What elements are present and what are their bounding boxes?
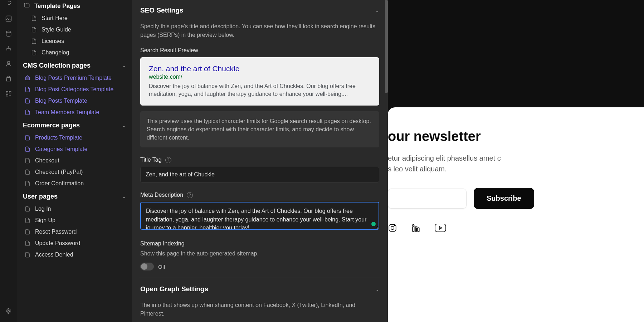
seo-settings-header[interactable]: SEO Settings ⌄ [139, 0, 381, 19]
serp-url: website.com/ [149, 74, 371, 80]
sidebar-item-reset-password[interactable]: Reset Password [17, 226, 132, 238]
page-icon [24, 180, 31, 187]
sidebar-item-label: Log In [35, 206, 51, 212]
sidebar-item-update-password[interactable]: Update Password [17, 238, 132, 249]
social-icons [388, 223, 644, 234]
page-icon [24, 98, 31, 104]
instagram-icon[interactable] [388, 223, 397, 234]
canvas-preview: our newsletter etur adipiscing elit phas… [388, 0, 644, 322]
newsletter-title: our newsletter [388, 129, 644, 144]
toggle-state-label: Off [158, 264, 165, 270]
meta-description-input[interactable] [140, 202, 379, 230]
user-icon[interactable] [5, 60, 12, 67]
page-icon [24, 86, 31, 93]
page-icon [31, 26, 37, 33]
svg-point-11 [413, 224, 414, 226]
section-user[interactable]: User pages⌄ [17, 189, 132, 203]
sidebar-item-label: Reset Password [35, 229, 77, 235]
chevron-down-icon: ⌄ [122, 194, 126, 199]
sidebar-item-label: Blog Post Categories Template [35, 86, 113, 93]
svg-point-8 [391, 226, 394, 230]
link-icon[interactable] [5, 0, 12, 7]
sidebar-item-label: Blog Posts Template [35, 98, 87, 104]
sidebar-item-start-here[interactable]: Start Here [17, 13, 132, 24]
folder-label: Template Pages [34, 3, 80, 10]
sidebar-item-order-confirmation[interactable]: Order Confirmation [17, 178, 132, 189]
youtube-icon[interactable] [435, 224, 446, 233]
scrollbar[interactable] [385, 0, 388, 322]
sidebar-item-blog-posts-premium[interactable]: Blog Posts Premium Template [17, 72, 132, 84]
section-cms[interactable]: CMS Collection pages⌄ [17, 58, 132, 72]
newsletter-card: our newsletter etur adipiscing elit phas… [388, 107, 644, 322]
sidebar-item-style-guide[interactable]: Style Guide [17, 24, 132, 35]
subscribe-button[interactable]: Subscribe [474, 188, 534, 209]
sidebar-item-label: Style Guide [42, 26, 71, 33]
email-input[interactable] [388, 189, 467, 209]
sidebar-item-products[interactable]: Products Template [17, 132, 132, 143]
image-icon[interactable] [5, 15, 12, 22]
sidebar-item-label: Products Template [35, 135, 82, 141]
chevron-down-icon: ⌄ [375, 8, 379, 13]
sidebar-item-blog-post-categories[interactable]: Blog Post Categories Template [17, 84, 132, 95]
sidebar-item-label: Licenses [42, 38, 64, 44]
section-ecommerce[interactable]: Ecommerce pages⌄ [17, 118, 132, 132]
sidebar-item-checkout-paypal[interactable]: Checkout (PayPal) [17, 166, 132, 178]
sidebar-item-label: Team Members Template [35, 109, 99, 116]
linkedin-icon[interactable] [411, 223, 421, 234]
tree-icon[interactable] [5, 45, 12, 52]
svg-point-6 [8, 311, 10, 312]
page-icon [24, 109, 31, 116]
svg-rect-4 [9, 91, 11, 93]
svg-rect-0 [6, 16, 11, 21]
chevron-down-icon: ⌄ [122, 123, 126, 128]
sidebar-item-changelog[interactable]: Changelog [17, 47, 132, 58]
sidebar-item-signup[interactable]: Sign Up [17, 215, 132, 226]
bag-icon[interactable] [5, 75, 12, 82]
page-icon [24, 240, 31, 247]
sidebar-item-label: Update Password [35, 240, 80, 247]
sidebar-item-blog-posts-template[interactable]: Blog Posts Template [17, 95, 132, 107]
sitemap-toggle[interactable] [140, 263, 154, 270]
sitemap-heading: Sitemap Indexing [139, 238, 381, 250]
page-icon [31, 49, 37, 56]
og-settings-header[interactable]: Open Graph Settings ⌄ [139, 279, 381, 298]
folder-template-pages[interactable]: Template Pages [17, 0, 132, 13]
sidebar-item-licenses[interactable]: Licenses [17, 35, 132, 47]
page-icon [24, 229, 31, 235]
page-icon [24, 206, 31, 212]
page-icon [31, 38, 37, 44]
title-tag-input[interactable] [140, 167, 379, 182]
svg-point-9 [394, 225, 395, 226]
sidebar-item-login[interactable]: Log In [17, 203, 132, 215]
chevron-down-icon: ⌄ [122, 63, 126, 68]
help-icon[interactable]: ? [187, 192, 193, 198]
sidebar-item-checkout[interactable]: Checkout [17, 155, 132, 166]
preview-info-note: This preview uses the typical character … [140, 111, 379, 148]
template-icon [24, 75, 31, 81]
sidebar-item-label: Access Denied [35, 252, 73, 258]
svg-rect-10 [413, 227, 414, 231]
help-icon[interactable]: ? [165, 157, 171, 163]
og-heading: Open Graph Settings [140, 285, 208, 293]
svg-point-1 [6, 31, 11, 33]
apps-icon[interactable] [5, 90, 12, 97]
gear-icon[interactable] [5, 308, 12, 315]
sidebar-item-label: Blog Posts Premium Template [35, 75, 112, 81]
title-tag-label: Title Tag ? [139, 154, 381, 167]
sidebar-item-label: Sign Up [35, 217, 55, 224]
database-icon[interactable] [5, 30, 12, 37]
seo-description: Specify this page's title and descriptio… [139, 19, 381, 46]
sidebar-item-label: Checkout (PayPal) [35, 169, 83, 175]
sidebar-item-access-denied[interactable]: Access Denied [17, 249, 132, 260]
page-icon [24, 135, 31, 141]
serp-title: Zen, and the art of Chuckle [149, 64, 371, 73]
svg-rect-3 [6, 91, 8, 93]
sidebar-item-categories[interactable]: Categories Template [17, 143, 132, 155]
page-icon [24, 169, 31, 175]
page-icon [24, 157, 31, 164]
serp-description: Discover the joy of balance with Zen, an… [149, 82, 371, 98]
serp-preview: Zen, and the art of Chuckle website.com/… [140, 57, 379, 106]
svg-rect-5 [6, 94, 8, 96]
sidebar-item-team-members[interactable]: Team Members Template [17, 107, 132, 118]
left-icon-rail [0, 0, 17, 322]
